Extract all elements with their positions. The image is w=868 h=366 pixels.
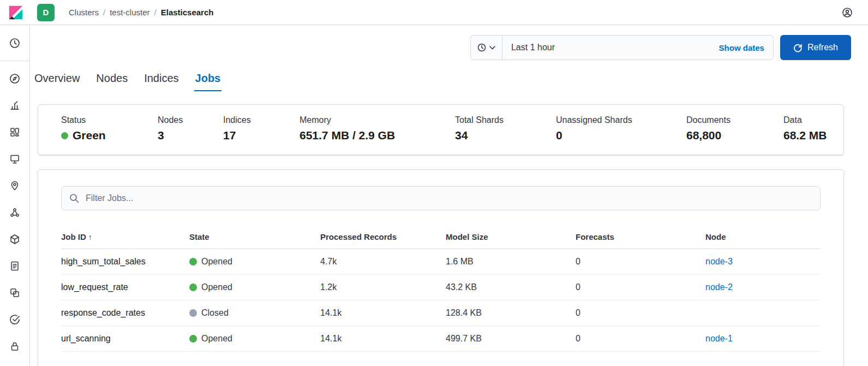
chevron-down-icon (489, 46, 495, 50)
node-link[interactable]: node-3 (705, 257, 733, 266)
job-id-cell: low_request_rate (61, 275, 189, 300)
table-row: response_code_rates Closed 14.1k 128.4 K… (61, 300, 821, 326)
state-dot (189, 258, 197, 265)
jobs-filter (61, 186, 821, 210)
sidebar-divider (0, 61, 30, 61)
tab-jobs[interactable]: Jobs (194, 70, 222, 91)
cluster-summary-bar: Status Green Nodes 3 Indices 17 Memory 6… (38, 104, 844, 155)
sidebar-item-machine-learning[interactable] (4, 201, 26, 224)
summary-memory: Memory 651.7 MB / 2.9 GB (300, 115, 455, 142)
search-icon (69, 193, 80, 204)
state-cell: Opened (189, 275, 320, 300)
sort-asc-icon: ↑ (88, 233, 92, 241)
tab-nodes[interactable]: Nodes (95, 70, 129, 91)
processed-records-cell: 14.1k (320, 300, 446, 326)
table-row: url_scanning Opened 14.1k 499.7 KB 0 nod… (61, 326, 821, 352)
breadcrumb-separator: / (103, 8, 105, 17)
sidebar-item-dev-tools[interactable] (4, 255, 26, 278)
sidebar-item-graph[interactable] (4, 228, 26, 251)
node-cell: node-1 (705, 326, 821, 352)
summary-value: Green (73, 129, 106, 142)
top-header: D Clusters / test-cluster / Elasticsearc… (0, 0, 868, 25)
breadcrumb-clusters[interactable]: Clusters (69, 8, 99, 17)
state-dot (189, 284, 197, 291)
dev-tools-icon (9, 260, 21, 272)
breadcrumb-separator: / (154, 8, 157, 17)
sidebar-item-discover[interactable] (4, 67, 26, 90)
col-header-forecasts[interactable]: Forecasts (576, 227, 705, 249)
quick-select-menu-button[interactable] (471, 36, 502, 60)
forecasts-cell: 0 (576, 275, 705, 300)
summary-total-shards: Total Shards 34 (455, 115, 556, 142)
processed-records-cell: 14.1k (320, 326, 446, 352)
machine-learning-icon (9, 206, 21, 219)
summary-nodes: Nodes 3 (158, 115, 223, 142)
sidebar-item-dashboard[interactable] (4, 121, 26, 144)
refresh-label: Refresh (807, 43, 838, 52)
breadcrumb: Clusters / test-cluster / Elasticsearch (69, 8, 213, 17)
maps-pin-icon (9, 180, 21, 192)
node-cell: node-3 (705, 249, 821, 275)
time-range-display[interactable]: Last 1 hour Show dates (502, 36, 773, 60)
refresh-button[interactable]: Refresh (780, 35, 851, 60)
app-sidebar (0, 25, 30, 366)
table-row: high_sum_total_sales Opened 4.7k 1.6 MB … (61, 249, 821, 275)
col-header-model-size[interactable]: Model Size (446, 227, 576, 249)
table-row: low_request_rate Opened 1.2k 43.2 KB 0 n… (61, 275, 821, 300)
processed-records-cell: 4.7k (320, 249, 446, 275)
clock-icon (9, 37, 21, 49)
recently-viewed-button[interactable] (4, 32, 26, 55)
user-menu-icon (841, 7, 853, 19)
sidebar-item-visualize[interactable] (4, 94, 26, 117)
state-dot (189, 335, 197, 343)
time-picker-bar: Last 1 hour Show dates Refresh (30, 25, 868, 60)
summary-unassigned-shards: Unassigned Shards 0 (556, 115, 686, 142)
model-size-cell: 499.7 KB (446, 326, 576, 352)
summary-data: Data 68.2 MB (783, 115, 833, 142)
discover-compass-icon (9, 73, 21, 85)
breadcrumb-cluster-name[interactable]: test-cluster (110, 8, 149, 17)
super-date-picker: Last 1 hour Show dates (470, 35, 774, 60)
es-tabs: Overview Nodes Indices Jobs (33, 70, 868, 91)
summary-status: Status Green (61, 115, 158, 142)
visualize-chart-icon (9, 99, 21, 111)
main-content: Last 1 hour Show dates Refresh Overview … (30, 25, 868, 366)
model-size-cell: 43.2 KB (446, 275, 576, 300)
state-cell: Opened (189, 249, 320, 275)
col-header-state[interactable]: State (189, 227, 320, 249)
space-avatar[interactable]: D (37, 4, 55, 21)
sidebar-item-security[interactable] (4, 335, 26, 358)
jobs-table: Job ID↑ State Processed Records Model Si… (61, 227, 821, 352)
col-header-job-id[interactable]: Job ID↑ (61, 227, 189, 249)
user-menu-button[interactable] (839, 4, 856, 21)
model-size-cell: 1.6 MB (446, 249, 576, 275)
summary-indices: Indices 17 (223, 115, 300, 142)
job-id-cell: high_sum_total_sales (61, 249, 189, 275)
sidebar-item-stack-monitoring[interactable] (4, 281, 26, 304)
node-cell: node-2 (705, 275, 821, 300)
kibana-logo-icon (8, 5, 23, 20)
tab-indices[interactable]: Indices (143, 70, 179, 91)
show-dates-button[interactable]: Show dates (719, 43, 764, 52)
col-header-node[interactable]: Node (705, 227, 821, 249)
security-lock-icon (9, 340, 21, 352)
table-header-row: Job ID↑ State Processed Records Model Si… (61, 227, 821, 249)
state-dot (189, 309, 197, 317)
job-id-cell: url_scanning (61, 326, 189, 352)
monitoring-icon (9, 287, 21, 299)
sidebar-item-canvas[interactable] (4, 147, 26, 170)
breadcrumb-elasticsearch: Elasticsearch (161, 8, 214, 17)
tab-overview[interactable]: Overview (33, 70, 81, 91)
processed-records-cell: 1.2k (320, 275, 446, 300)
filter-jobs-input[interactable] (61, 186, 821, 210)
sidebar-item-maps[interactable] (4, 174, 26, 197)
kibana-logo[interactable] (8, 4, 24, 21)
sidebar-item-uptime[interactable] (4, 308, 26, 331)
job-id-cell: response_code_rates (61, 300, 189, 326)
node-link[interactable]: node-2 (705, 282, 733, 292)
forecasts-cell: 0 (576, 249, 705, 275)
forecasts-cell: 0 (576, 300, 705, 326)
dashboard-icon (9, 126, 21, 138)
node-link[interactable]: node-1 (705, 334, 733, 343)
col-header-processed-records[interactable]: Processed Records (320, 227, 446, 249)
